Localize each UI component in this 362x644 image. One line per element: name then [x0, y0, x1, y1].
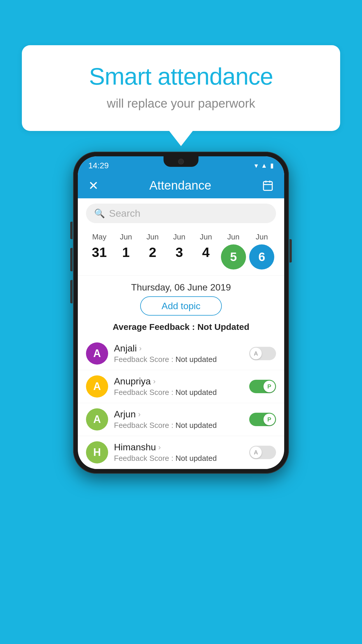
date-item[interactable]: Jun2: [141, 232, 164, 260]
date-item[interactable]: May31: [88, 232, 111, 260]
phone-frame: 14:29 ▾ ▲ ▮ ✕ Attendance: [73, 152, 289, 474]
student-name: Anjali ›: [114, 343, 243, 354]
attendance-toggle[interactable]: A: [249, 446, 276, 459]
toggle-knob: A: [250, 447, 262, 458]
attendance-toggle[interactable]: A: [249, 347, 276, 360]
avg-feedback-label: Average Feedback :: [113, 322, 197, 332]
student-row[interactable]: AAnupriya ›Feedback Score : Not updatedP: [78, 370, 284, 403]
student-info: Anjali ›Feedback Score : Not updated: [114, 343, 243, 364]
student-feedback: Feedback Score : Not updated: [114, 355, 243, 364]
app-bar-title: Attendance: [149, 178, 211, 192]
app-bar: ✕ Attendance: [78, 173, 284, 198]
wifi-icon: ▾: [254, 162, 258, 170]
date-number: 2: [149, 244, 157, 260]
date-month: Jun: [120, 232, 132, 242]
feedback-value: Not updated: [175, 355, 217, 364]
toggle-on[interactable]: P: [249, 380, 276, 393]
student-avatar: A: [86, 375, 108, 398]
date-item[interactable]: Jun5: [221, 232, 246, 270]
date-item[interactable]: Jun4: [194, 232, 217, 260]
speech-bubble-container: Smart attendance will replace your paper…: [22, 45, 340, 131]
feedback-value: Not updated: [175, 388, 217, 397]
date-month: Jun: [256, 232, 268, 242]
date-number: 3: [175, 244, 183, 260]
toggle-knob: A: [250, 348, 262, 359]
student-avatar: H: [86, 441, 108, 463]
avg-feedback: Average Feedback : Not Updated: [78, 320, 284, 337]
search-icon: 🔍: [94, 208, 105, 218]
student-name: Arjun ›: [114, 409, 243, 420]
student-row[interactable]: HHimanshu ›Feedback Score : Not updatedA: [78, 436, 284, 469]
search-placeholder: Search: [109, 208, 140, 219]
date-month: Jun: [173, 232, 185, 242]
volume-up-button: [70, 222, 73, 239]
date-number: 1: [122, 244, 130, 260]
chevron-right-icon: ›: [153, 377, 156, 386]
toggle-on[interactable]: P: [249, 413, 276, 426]
chevron-right-icon: ›: [139, 344, 142, 353]
student-avatar: A: [86, 342, 108, 365]
speech-bubble: Smart attendance will replace your paper…: [22, 45, 340, 131]
student-info: Arjun ›Feedback Score : Not updated: [114, 409, 243, 430]
svg-rect-0: [263, 182, 272, 190]
bubble-title: Smart attendance: [45, 63, 317, 90]
toggle-knob: P: [263, 381, 275, 392]
phone-screen: 14:29 ▾ ▲ ▮ ✕ Attendance: [78, 156, 284, 469]
status-time: 14:29: [88, 161, 109, 170]
feedback-value: Not updated: [175, 454, 217, 463]
student-feedback: Feedback Score : Not updated: [114, 421, 243, 430]
toggle-off[interactable]: A: [249, 446, 276, 459]
student-feedback: Feedback Score : Not updated: [114, 454, 243, 463]
selected-date-label: Thursday, 06 June 2019: [78, 276, 284, 296]
date-item[interactable]: Jun6: [249, 232, 274, 270]
date-month: May: [92, 232, 106, 242]
date-month: Jun: [200, 232, 212, 242]
power-button: [289, 239, 292, 262]
attendance-toggle[interactable]: P: [249, 380, 276, 393]
chevron-right-icon: ›: [138, 410, 141, 419]
phone-notch: [164, 156, 198, 167]
date-item[interactable]: Jun1: [114, 232, 138, 260]
student-row[interactable]: AArjun ›Feedback Score : Not updatedP: [78, 403, 284, 436]
front-camera: [178, 159, 184, 164]
date-month: Jun: [147, 232, 159, 242]
close-button[interactable]: ✕: [88, 178, 99, 193]
student-avatar: A: [86, 408, 108, 430]
date-number: 4: [202, 244, 210, 260]
signal-icon: ▲: [261, 162, 267, 169]
chevron-right-icon: ›: [158, 443, 161, 452]
phone-container: 14:29 ▾ ▲ ▮ ✕ Attendance: [73, 152, 289, 474]
status-icons: ▾ ▲ ▮: [254, 162, 274, 170]
bubble-subtitle: will replace your paperwork: [45, 97, 317, 111]
student-name: Himanshu ›: [114, 442, 243, 453]
date-number: 31: [92, 244, 107, 260]
student-feedback: Feedback Score : Not updated: [114, 388, 243, 397]
search-bar[interactable]: 🔍 Search: [86, 204, 276, 223]
calendar-icon[interactable]: [262, 180, 274, 191]
date-strip: May31Jun1Jun2Jun3Jun4Jun5Jun6: [78, 228, 284, 276]
battery-icon: ▮: [270, 162, 274, 169]
toggle-off[interactable]: A: [249, 347, 276, 360]
volume-down-button: [70, 248, 73, 271]
date-circle-blue[interactable]: 6: [249, 244, 274, 270]
date-month: Jun: [227, 232, 240, 242]
student-info: Anupriya ›Feedback Score : Not updated: [114, 376, 243, 397]
feedback-value: Not updated: [175, 421, 217, 430]
add-topic-button[interactable]: Add topic: [140, 296, 222, 316]
toggle-knob: P: [263, 414, 275, 425]
student-name: Anupriya ›: [114, 376, 243, 387]
student-row[interactable]: AAnjali ›Feedback Score : Not updatedA: [78, 337, 284, 370]
silent-button: [70, 280, 73, 303]
attendance-toggle[interactable]: P: [249, 413, 276, 426]
student-info: Himanshu ›Feedback Score : Not updated: [114, 442, 243, 463]
date-circle-green[interactable]: 5: [221, 244, 246, 270]
date-item[interactable]: Jun3: [168, 232, 191, 260]
avg-feedback-value: Not Updated: [197, 322, 249, 332]
student-list: AAnjali ›Feedback Score : Not updatedAAA…: [78, 337, 284, 469]
